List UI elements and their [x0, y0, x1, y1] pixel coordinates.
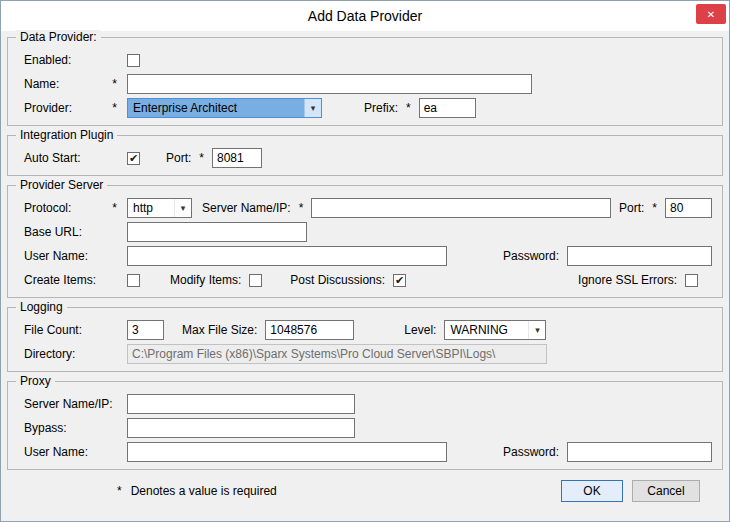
- dialog-title: Add Data Provider: [308, 8, 422, 24]
- proxy-user-name-label: User Name:: [24, 445, 127, 459]
- name-input[interactable]: [127, 74, 532, 94]
- protocol-label: Protocol: *: [24, 201, 127, 215]
- group-integration-plugin: Integration Plugin Auto Start: ✔ Port: *: [7, 135, 723, 176]
- level-label: Level:: [404, 323, 436, 337]
- group-title-integration-plugin: Integration Plugin: [16, 128, 117, 142]
- server-port-input[interactable]: [665, 198, 712, 218]
- max-file-size-label: Max File Size:: [182, 323, 257, 337]
- server-port-label: Port:: [619, 201, 644, 215]
- file-count-input[interactable]: [127, 320, 164, 340]
- max-file-size-input[interactable]: [265, 320, 354, 340]
- bypass-input[interactable]: [127, 418, 355, 438]
- directory-input: [127, 344, 547, 364]
- user-name-input[interactable]: [127, 246, 447, 266]
- required-mark: *: [112, 77, 117, 91]
- auto-start-label: Auto Start:: [24, 151, 127, 165]
- provider-select-value: Enterprise Architect: [128, 99, 304, 117]
- prefix-label: Prefix:: [364, 101, 398, 115]
- proxy-password-label: Password:: [503, 445, 559, 459]
- enabled-checkbox[interactable]: [127, 54, 140, 67]
- level-select[interactable]: WARNING ▾: [444, 320, 546, 340]
- titlebar: Add Data Provider ✕: [1, 1, 729, 31]
- required-note-text: Denotes a value is required: [131, 484, 277, 498]
- ok-button[interactable]: OK: [561, 480, 623, 502]
- dialog-body: Data Provider: Enabled: Name: * Provider…: [1, 31, 729, 503]
- required-mark: *: [406, 101, 411, 115]
- modify-items-label: Modify Items:: [170, 273, 241, 287]
- name-label: Name: *: [24, 77, 127, 91]
- close-button[interactable]: ✕: [696, 4, 726, 24]
- group-title-provider-server: Provider Server: [16, 178, 107, 192]
- group-logging: Logging File Count: Max File Size: Level…: [7, 307, 723, 372]
- group-proxy: Proxy Server Name/IP: Bypass: User Name:…: [7, 381, 723, 470]
- proxy-user-name-input[interactable]: [127, 442, 447, 462]
- file-count-label: File Count:: [24, 323, 127, 337]
- directory-label: Directory:: [24, 347, 127, 361]
- chevron-down-icon: ▾: [174, 199, 191, 217]
- ignore-ssl-errors-checkbox[interactable]: [685, 274, 698, 287]
- server-name-label: Server Name/IP:: [202, 201, 291, 215]
- group-title-logging: Logging: [16, 300, 67, 314]
- proxy-server-name-input[interactable]: [127, 394, 355, 414]
- bypass-label: Bypass:: [24, 421, 127, 435]
- ignore-ssl-errors-label: Ignore SSL Errors:: [578, 273, 677, 287]
- required-mark: *: [117, 484, 122, 498]
- required-mark: *: [652, 201, 657, 215]
- post-discussions-checkbox[interactable]: ✔: [393, 274, 406, 287]
- proxy-server-name-label: Server Name/IP:: [24, 397, 127, 411]
- required-mark: *: [112, 201, 117, 215]
- proxy-password-input[interactable]: [567, 442, 712, 462]
- post-discussions-label: Post Discussions:: [290, 273, 385, 287]
- enabled-label: Enabled:: [24, 53, 127, 67]
- plugin-port-label: Port:: [166, 151, 191, 165]
- add-data-provider-dialog: Add Data Provider ✕ Data Provider: Enabl…: [0, 0, 730, 522]
- create-items-label: Create Items:: [24, 273, 127, 287]
- required-note: * Denotes a value is required: [117, 484, 277, 498]
- protocol-select[interactable]: http ▾: [127, 198, 192, 218]
- password-label: Password:: [503, 249, 559, 263]
- modify-items-checkbox[interactable]: [249, 274, 262, 287]
- cancel-button[interactable]: Cancel: [632, 480, 700, 502]
- protocol-select-value: http: [128, 199, 174, 217]
- group-title-data-provider: Data Provider:: [16, 30, 101, 44]
- chevron-down-icon: ▾: [304, 99, 321, 117]
- group-data-provider: Data Provider: Enabled: Name: * Provider…: [7, 37, 723, 126]
- required-mark: *: [199, 151, 204, 165]
- group-provider-server: Provider Server Protocol: * http ▾ Serve…: [7, 185, 723, 298]
- server-name-input[interactable]: [311, 198, 611, 218]
- create-items-checkbox[interactable]: [127, 274, 140, 287]
- provider-label: Provider: *: [24, 101, 127, 115]
- password-input[interactable]: [567, 246, 712, 266]
- auto-start-checkbox[interactable]: ✔: [127, 152, 140, 165]
- prefix-input[interactable]: [419, 98, 476, 118]
- plugin-port-input[interactable]: [212, 148, 262, 168]
- base-url-input[interactable]: [127, 222, 307, 242]
- provider-select[interactable]: Enterprise Architect ▾: [127, 98, 322, 118]
- chevron-down-icon: ▾: [528, 321, 545, 339]
- dialog-footer: * Denotes a value is required OK Cancel: [7, 479, 723, 503]
- close-icon: ✕: [707, 9, 715, 20]
- group-title-proxy: Proxy: [16, 374, 55, 388]
- base-url-label: Base URL:: [24, 225, 127, 239]
- level-select-value: WARNING: [445, 321, 528, 339]
- required-mark: *: [112, 101, 117, 115]
- required-mark: *: [299, 201, 304, 215]
- user-name-label: User Name:: [24, 249, 127, 263]
